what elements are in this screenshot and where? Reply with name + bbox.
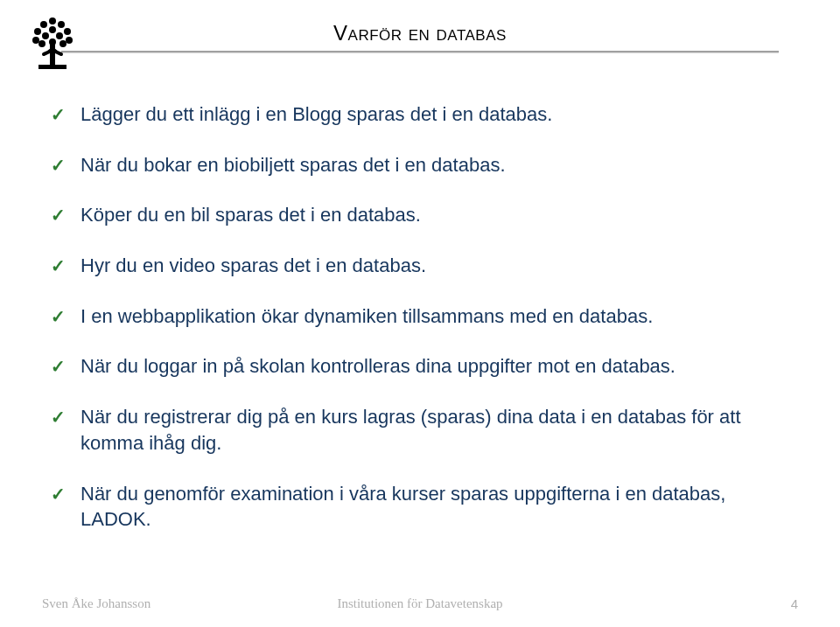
header: Varför en databas <box>42 21 798 52</box>
svg-point-1 <box>40 21 47 28</box>
svg-point-7 <box>56 32 63 39</box>
tree-logo-icon <box>26 12 79 73</box>
svg-point-8 <box>32 37 39 44</box>
bullet-text: När du bokar en biobiljett sparas det i … <box>80 154 506 176</box>
list-item: ✓ När du genomför examination i våra kur… <box>51 481 789 533</box>
bullet-text: I en webbapplikation ökar dynamiken till… <box>80 305 653 327</box>
svg-point-10 <box>38 40 46 47</box>
footer: Sven Åke Johansson Institutionen för Dat… <box>0 596 840 611</box>
checkmark-icon: ✓ <box>51 406 66 429</box>
list-item: ✓ I en webbapplikation ökar dynamiken ti… <box>51 303 789 330</box>
list-item: ✓ När du loggar in på skolan kontrollera… <box>51 353 789 380</box>
list-item: ✓ Hyr du en video sparas det i en databa… <box>51 253 789 279</box>
checkmark-icon: ✓ <box>51 154 66 178</box>
checkmark-icon: ✓ <box>51 254 66 278</box>
list-item: ✓ Lägger du ett inlägg i en Blogg sparas… <box>51 101 789 128</box>
footer-page-number: 4 <box>791 596 798 611</box>
svg-point-4 <box>64 28 71 35</box>
list-item: ✓ När du bokar en biobiljett sparas det … <box>51 152 789 178</box>
bullet-list: ✓ Lägger du ett inlägg i en Blogg sparas… <box>51 101 789 533</box>
svg-point-9 <box>66 37 73 44</box>
bullet-text: Lägger du ett inlägg i en Blogg sparas d… <box>80 103 552 125</box>
bullet-text: När du registrerar dig på en kurs lagras… <box>80 406 741 454</box>
checkmark-icon: ✓ <box>51 204 66 227</box>
bullet-text: Hyr du en video sparas det i en databas. <box>80 254 426 276</box>
svg-point-3 <box>34 28 41 35</box>
svg-point-6 <box>42 32 49 39</box>
svg-point-0 <box>49 17 56 24</box>
svg-point-2 <box>58 21 65 28</box>
svg-rect-13 <box>50 44 55 65</box>
svg-rect-14 <box>38 65 66 69</box>
title-underline <box>61 51 779 52</box>
slide: Varför en databas ✓ Lägger du ett inlägg… <box>0 0 840 627</box>
slide-title: Varför en databas <box>333 21 507 45</box>
list-item: ✓ Köper du en bil sparas det i en databa… <box>51 202 789 228</box>
bullet-text: När du genomför examination i våra kurse… <box>80 483 725 531</box>
content-area: ✓ Lägger du ett inlägg i en Blogg sparas… <box>42 101 798 533</box>
checkmark-icon: ✓ <box>51 103 66 127</box>
footer-author: Sven Åke Johansson <box>42 596 150 611</box>
checkmark-icon: ✓ <box>51 305 66 329</box>
list-item: ✓ När du registrerar dig på en kurs lagr… <box>51 404 789 456</box>
svg-point-11 <box>60 40 66 47</box>
bullet-text: När du loggar in på skolan kontrolleras … <box>80 355 676 377</box>
bullet-text: Köper du en bil sparas det i en databas. <box>80 204 421 226</box>
svg-point-5 <box>49 26 56 33</box>
checkmark-icon: ✓ <box>51 483 66 506</box>
checkmark-icon: ✓ <box>51 355 66 379</box>
footer-institution: Institutionen för Datavetenskap <box>337 596 502 611</box>
